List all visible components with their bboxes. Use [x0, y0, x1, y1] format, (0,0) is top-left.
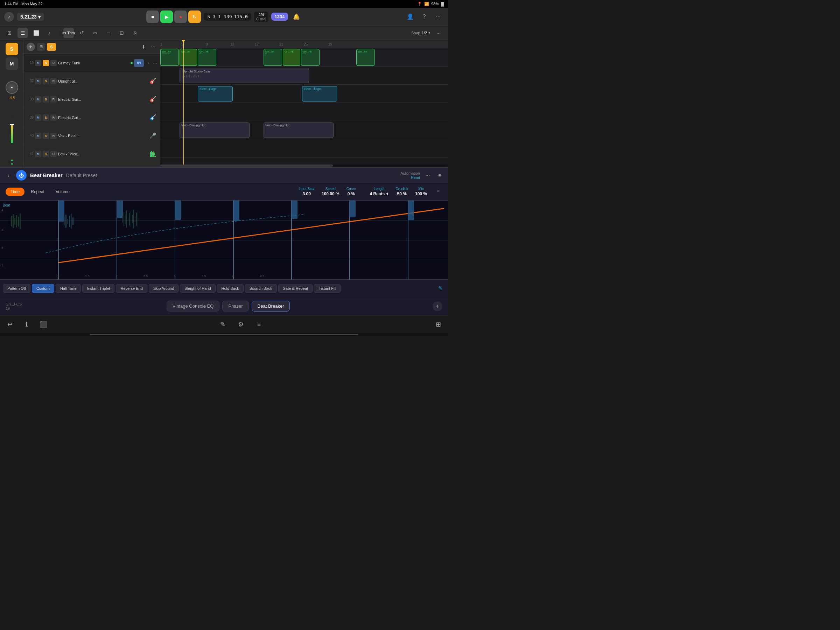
bb-preset-instant-triplet[interactable]: Instant Triplet — [82, 284, 114, 293]
audio-clip[interactable]: Gri...nk — [180, 49, 197, 66]
track-solo-button[interactable]: S — [43, 60, 49, 66]
stop-button[interactable]: ■ — [146, 11, 159, 23]
track-solo-button[interactable]: S — [43, 133, 49, 139]
bb-edit-button[interactable]: ✎ — [436, 284, 445, 293]
bb-lines-button[interactable]: ≡ — [436, 171, 444, 180]
copy-button[interactable]: ⎘ — [130, 28, 141, 38]
scissors-button[interactable]: ✂ — [90, 28, 101, 38]
play-button[interactable]: ▶ — [160, 11, 173, 23]
sidebar-m-button[interactable]: M — [6, 57, 18, 70]
track-record-button[interactable]: R — [51, 151, 57, 157]
bb-tab-repeat[interactable]: Repeat — [26, 188, 49, 196]
track-mute-button[interactable]: M — [35, 133, 41, 139]
bb-handle[interactable] — [58, 201, 65, 221]
fx-phaser[interactable]: Phaser — [222, 301, 248, 311]
settings-button[interactable]: ⚙ — [235, 319, 246, 330]
user-icon-button[interactable]: 👤 — [404, 11, 416, 22]
track-mute-button[interactable]: M — [35, 60, 41, 66]
bb-preset-scratch-back[interactable]: Scratch Back — [245, 284, 277, 293]
monitor-view-button[interactable]: ⬜ — [31, 28, 41, 38]
fx-vintage-console-eq[interactable]: Vintage Console EQ — [167, 301, 220, 311]
bb-settings-sliders-button[interactable]: ≡ — [434, 187, 442, 195]
fx-add-button[interactable]: + — [433, 302, 442, 311]
split-button[interactable]: ⊣ — [103, 28, 114, 38]
pencil-tool-button[interactable]: ✎ — [217, 319, 228, 330]
record-button[interactable]: ● — [174, 11, 187, 23]
info-button[interactable]: ℹ — [21, 319, 32, 330]
s-highlight-button[interactable]: S — [47, 43, 56, 51]
track-mute-button[interactable]: M — [35, 114, 41, 121]
audio-clip[interactable]: Upright Studio Bass — [180, 68, 309, 83]
track-instrument-button[interactable] — [134, 59, 144, 67]
input-beat-value[interactable]: 3.00 — [298, 191, 315, 196]
scroll-bar[interactable] — [0, 333, 448, 336]
bb-visualizer[interactable]: Beat 4 3 2 1 — [0, 201, 448, 279]
list-view-button[interactable]: ☰ — [17, 28, 28, 38]
bounce-button[interactable]: ⊡ — [117, 28, 127, 38]
group-button[interactable]: ⊞ — [37, 43, 45, 51]
track-more-button[interactable]: ··· — [153, 60, 157, 66]
audio-clip[interactable]: Gri...nk — [264, 49, 282, 66]
length-value[interactable]: 4 Beats ⬆ — [369, 191, 388, 196]
mixer-button[interactable]: ≡ — [253, 319, 265, 330]
curve-value[interactable]: 0 % — [346, 191, 356, 196]
track-mute-button[interactable]: M — [35, 96, 41, 103]
sidebar-s-button[interactable]: S — [6, 43, 18, 55]
grid-view-button[interactable]: ⊞ — [4, 28, 15, 38]
bb-power-button[interactable]: ⏻ — [16, 170, 27, 181]
audio-clip[interactable]: Gri...nk — [356, 49, 375, 66]
bb-preset-gate-repeat[interactable]: Gate & Repeat — [278, 284, 313, 293]
speed-value[interactable]: 100.00 % — [322, 191, 339, 196]
help-button[interactable]: ? — [418, 11, 430, 22]
bb-preset-reverse-end[interactable]: Reverse End — [116, 284, 147, 293]
bb-tab-time[interactable]: Time — [6, 188, 25, 196]
audio-clip[interactable]: Elect...illage — [198, 86, 233, 101]
track-record-button[interactable]: R — [51, 96, 57, 103]
bb-back-button[interactable]: ‹ — [4, 171, 13, 180]
bb-preset-custom[interactable]: Custom — [32, 284, 54, 293]
audio-clip[interactable]: Gri...nk — [301, 49, 319, 66]
audio-clip[interactable]: Gri...nk — [283, 49, 300, 66]
bb-preset-half-time[interactable]: Half Time — [56, 284, 81, 293]
bb-tab-volume[interactable]: Volume — [51, 188, 74, 196]
audio-clip[interactable]: Vox - Blazing Hot — [180, 123, 249, 138]
audio-clip[interactable]: Elect...illage — [302, 86, 337, 101]
loop-button[interactable]: ↻ — [188, 11, 201, 23]
bb-handle[interactable] — [408, 201, 414, 220]
audio-clip[interactable]: Gri...nk — [160, 49, 179, 66]
track-expand-button[interactable]: › — [145, 60, 152, 66]
toolbar-more-button[interactable]: ··· — [433, 28, 444, 38]
bb-preset-instant-fill[interactable]: Instant Fill — [314, 284, 341, 293]
project-name-button[interactable]: 5.21.23 ▾ — [17, 13, 44, 21]
timeline-scrollbar[interactable] — [160, 164, 448, 167]
bb-preset-skip-around[interactable]: Skip Around — [149, 284, 178, 293]
track-mute-button[interactable]: M — [35, 78, 41, 84]
bb-preset-sleight-of-hand[interactable]: Sleight of Hand — [180, 284, 215, 293]
track-mute-button[interactable]: M — [35, 151, 41, 157]
declick-value[interactable]: 50 % — [395, 191, 408, 196]
bb-handle[interactable] — [233, 201, 239, 221]
tune-button[interactable]: ♪ — [44, 28, 55, 38]
bb-preset-hold-back[interactable]: Hold Back — [217, 284, 243, 293]
fx-beat-breaker[interactable]: Beat Breaker — [252, 301, 290, 311]
track-solo-button[interactable]: S — [43, 78, 49, 84]
download-button[interactable]: ⬇ — [140, 43, 147, 51]
time-signature[interactable]: 4/4 C maj — [254, 11, 268, 22]
metronome-button[interactable]: 🔔 — [291, 11, 302, 22]
track-record-button[interactable]: R — [51, 60, 57, 66]
back-button[interactable]: ‹ — [4, 12, 14, 22]
audio-clip[interactable]: Gri...nk — [198, 49, 216, 66]
track-header-more-button[interactable]: ··· — [150, 43, 157, 51]
snap-value[interactable]: 1/2 — [422, 31, 427, 35]
count-in-button[interactable]: 1234 — [271, 13, 288, 21]
position-display[interactable]: 5 3 1 139 115.0 — [204, 13, 251, 21]
add-track-button[interactable]: + — [27, 43, 35, 51]
keyboard-button[interactable]: ⊞ — [433, 319, 444, 330]
track-solo-button[interactable]: S — [43, 151, 49, 157]
bb-handle[interactable] — [291, 201, 297, 219]
timeline-area[interactable]: 1 5 9 13 17 21 25 29 — [160, 40, 448, 167]
track-record-button[interactable]: R — [51, 133, 57, 139]
loop-tool-button[interactable]: ↺ — [77, 28, 87, 38]
more-options-button[interactable]: ··· — [433, 11, 444, 22]
bb-handle[interactable] — [175, 201, 181, 220]
